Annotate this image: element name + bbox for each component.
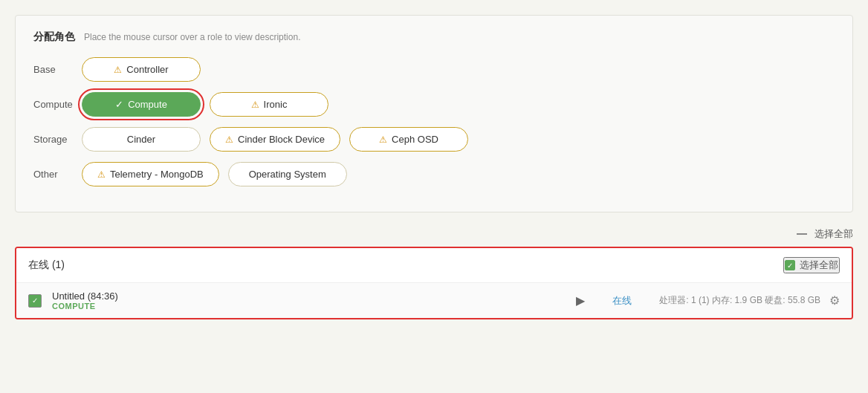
cinder-block-button[interactable]: ⚠ Cinder Block Device	[210, 127, 340, 152]
select-all-top-button[interactable]: 选择全部	[797, 227, 853, 241]
cinder-button[interactable]: Cinder	[82, 127, 201, 152]
table-row: ✓ Untitled (84:36) COMPUTE ▶ 在线 处理器: 1 (…	[16, 282, 852, 318]
ceph-osd-button[interactable]: ⚠ Ceph OSD	[349, 127, 468, 152]
role-buttons-compute: ✓ Compute ⚠ Ironic	[82, 92, 328, 117]
os-button[interactable]: Operating System	[228, 162, 347, 186]
node-name: Untitled (84:36)	[52, 290, 576, 302]
role-label-compute: Compute	[33, 99, 82, 110]
ironic-warning-icon: ⚠	[251, 100, 259, 110]
checkbox-checked-icon: ✓	[785, 260, 795, 270]
online-title: 在线 (1)	[28, 259, 65, 272]
role-row-base: Base ⚠ Controller	[33, 57, 835, 82]
node-status: 在线	[600, 294, 644, 308]
online-section: 在线 (1) ✓ 选择全部 ✓ Untitled (84:36) COMPUTE…	[15, 247, 853, 319]
role-row-storage: Storage Cinder ⚠ Cinder Block Device ⚠ C…	[33, 127, 835, 152]
online-header: 在线 (1) ✓ 选择全部	[16, 248, 852, 282]
minus-icon	[797, 233, 807, 235]
controller-button[interactable]: ⚠ Controller	[82, 57, 201, 82]
role-buttons-other: ⚠ Telemetry - MongoDB Operating System	[82, 162, 347, 186]
top-toolbar: 选择全部	[15, 227, 853, 241]
compute-label: Compute	[128, 99, 167, 110]
role-label-other: Other	[33, 169, 82, 180]
role-row-compute: Compute ✓ Compute ⚠ Ironic	[33, 92, 835, 117]
select-all-online-button[interactable]: ✓ 选择全部	[783, 257, 840, 273]
section-hint: Place the mouse cursor over a role to vi…	[84, 32, 300, 42]
role-row-other: Other ⚠ Telemetry - MongoDB Operating Sy…	[33, 162, 835, 186]
cinder-label: Cinder	[127, 134, 155, 145]
compute-button[interactable]: ✓ Compute	[82, 92, 201, 117]
gear-icon[interactable]: ⚙	[829, 293, 840, 308]
telemetry-label: Telemetry - MongoDB	[110, 169, 204, 180]
role-label-storage: Storage	[33, 134, 82, 145]
select-all-top-label: 选择全部	[814, 227, 853, 241]
section-title: 分配角色	[33, 30, 75, 44]
role-buttons-storage: Cinder ⚠ Cinder Block Device ⚠ Ceph OSD	[82, 127, 468, 152]
ironic-button[interactable]: ⚠ Ironic	[210, 92, 328, 117]
check-icon: ✓	[115, 99, 123, 110]
role-label-base: Base	[33, 64, 82, 75]
ceph-osd-warning-icon: ⚠	[379, 134, 387, 145]
os-label: Operating System	[249, 169, 326, 180]
controller-label: Controller	[126, 64, 168, 75]
telemetry-button[interactable]: ⚠ Telemetry - MongoDB	[82, 162, 219, 186]
telemetry-warning-icon: ⚠	[97, 169, 106, 180]
warning-icon: ⚠	[114, 65, 122, 75]
node-role-badge: COMPUTE	[52, 302, 576, 311]
cinder-block-label: Cinder Block Device	[238, 134, 325, 145]
role-buttons-base: ⚠ Controller	[82, 57, 201, 82]
main-container: 分配角色 Place the mouse cursor over a role …	[0, 0, 868, 334]
ceph-osd-label: Ceph OSD	[392, 134, 438, 145]
section-header: 分配角色 Place the mouse cursor over a role …	[33, 30, 835, 44]
node-specs: 处理器: 1 (1) 内存: 1.9 GB 硬盘: 55.8 GB	[659, 294, 820, 307]
cursor-icon: ▶	[576, 293, 585, 308]
ironic-label: Ironic	[264, 99, 288, 110]
node-checkbox[interactable]: ✓	[28, 294, 42, 308]
cinder-block-warning-icon: ⚠	[225, 134, 233, 145]
select-all-online-label: 选择全部	[800, 259, 838, 272]
node-info: Untitled (84:36) COMPUTE	[52, 290, 576, 311]
role-section: 分配角色 Place the mouse cursor over a role …	[15, 15, 853, 212]
